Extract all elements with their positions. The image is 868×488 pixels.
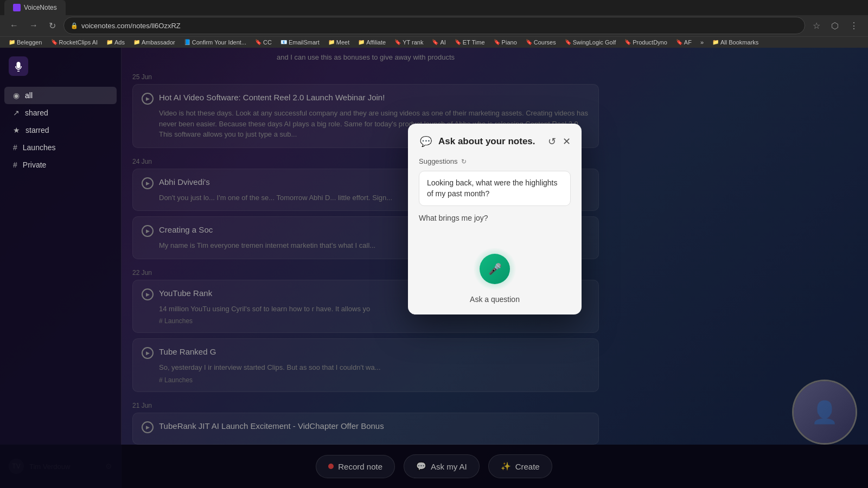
mic-button[interactable]: 🎤	[480, 254, 510, 284]
mic-ripple: 🎤	[473, 247, 516, 291]
sidebar-label-private: Private	[23, 160, 47, 169]
browser-tab-bar: VoiceNotes	[0, 0, 868, 15]
bookmark-affiliate[interactable]: 📁Affiliate	[355, 38, 389, 47]
modal-chat-icon[interactable]: 💬	[419, 134, 433, 149]
sidebar-label-starred: starred	[25, 126, 49, 134]
browser-active-tab[interactable]: VoiceNotes	[4, 0, 66, 15]
suggestion-text-1: Looking back, what were the highlights o…	[427, 178, 557, 198]
bookmark-confirm-ident[interactable]: 📘Confirm Your Ident...	[181, 38, 250, 47]
browser-chrome: VoiceNotes ← → ↻ 🔒 voicenotes.com/notes/…	[0, 0, 868, 48]
bookmark-af[interactable]: 🔖AF	[673, 38, 695, 47]
shared-icon: ↗	[13, 108, 20, 117]
sidebar-label-all: all	[25, 91, 33, 100]
bookmark-ettime[interactable]: 🔖ET Time	[451, 38, 488, 47]
sidebar-item-launches[interactable]: # Launches	[4, 139, 117, 156]
bookmark-cc[interactable]: 🔖CC	[252, 38, 275, 47]
bookmark-all[interactable]: 📁All Bookmarks	[709, 38, 762, 47]
modal-close-button[interactable]: ✕	[563, 136, 571, 147]
more-button[interactable]: ⋮	[846, 18, 861, 33]
all-icon: ◉	[13, 91, 20, 100]
main-layout: ◉ all ↗ shared ★ starred # Launches # Pr…	[0, 48, 868, 488]
modal-overlay: 💬 Ask about your notes. ↺ ✕ Suggestions …	[122, 48, 868, 488]
tab-title: VoiceNotes	[24, 4, 57, 11]
bookmark-more[interactable]: »	[697, 38, 707, 47]
back-button[interactable]: ←	[7, 18, 22, 33]
forward-button[interactable]: →	[26, 18, 41, 33]
mic-button-container: 🎤 Ask a question	[470, 247, 520, 304]
ask-question-label: Ask a question	[470, 295, 520, 304]
sidebar-item-private[interactable]: # Private	[4, 156, 117, 174]
bookmark-emailsmart[interactable]: 📧EmailSmart	[277, 38, 323, 47]
bookmark-ai[interactable]: 🔖AI	[429, 38, 449, 47]
suggestions-header: Suggestions ↻	[419, 157, 571, 165]
bookmark-star-button[interactable]: ☆	[809, 18, 824, 33]
content-area[interactable]: and I can use this as bonuses to give aw…	[122, 48, 868, 488]
extensions-button[interactable]: ⬡	[828, 18, 842, 33]
modal-title: Ask about your notes.	[438, 136, 541, 147]
sidebar-item-starred[interactable]: ★ starred	[4, 121, 117, 139]
bookmark-ads[interactable]: 📁Ads	[103, 38, 128, 47]
address-bar[interactable]: 🔒 voicenotes.com/notes/ll6OzxRZ	[63, 17, 805, 34]
reload-button[interactable]: ↻	[46, 18, 59, 33]
bookmark-bar: 📁Beleggen 🔖RocketClips AI 📁Ads 📁Ambassad…	[0, 36, 868, 48]
tab-favicon	[13, 4, 21, 11]
bookmark-beleggen[interactable]: 📁Beleggen	[5, 38, 46, 47]
suggestion-card-1[interactable]: Looking back, what were the highlights o…	[419, 171, 571, 206]
launches-icon: #	[13, 143, 17, 152]
app-logo	[9, 56, 28, 76]
modal-history-button[interactable]: ↺	[547, 134, 557, 149]
bookmark-swinggolf[interactable]: 🔖SwingLogic Golf	[561, 38, 620, 47]
suggestion-simple[interactable]: What brings me joy?	[419, 210, 571, 226]
suggestions-label: Suggestions	[419, 157, 458, 165]
bookmark-productdyno[interactable]: 🔖ProductDyno	[621, 38, 671, 47]
lock-icon: 🔒	[71, 22, 78, 29]
profile-image: 👤	[794, 381, 856, 443]
ask-input-area: 🎤 Ask a question	[419, 247, 571, 304]
bookmark-meet[interactable]: 📁Meet	[325, 38, 353, 47]
private-icon: #	[13, 160, 17, 169]
bookmark-piano[interactable]: 🔖Piano	[490, 38, 520, 47]
suggestions-refresh-icon[interactable]: ↻	[461, 158, 467, 165]
suggestion-text-2: What brings me joy?	[419, 214, 488, 222]
sidebar-item-all[interactable]: ◉ all	[4, 87, 117, 104]
sidebar-label-shared: shared	[25, 108, 48, 117]
sidebar: ◉ all ↗ shared ★ starred # Launches # Pr…	[0, 48, 122, 488]
browser-nav-bar: ← → ↻ 🔒 voicenotes.com/notes/ll6OzxRZ ☆ …	[0, 15, 868, 36]
sidebar-item-shared[interactable]: ↗ shared	[4, 104, 117, 121]
modal-header: 💬 Ask about your notes. ↺ ✕	[419, 134, 571, 149]
url-text: voicenotes.com/notes/ll6OzxRZ	[81, 22, 181, 30]
profile-circle: 👤	[792, 380, 857, 445]
sidebar-label-launches: Launches	[23, 143, 56, 152]
bookmark-courses[interactable]: 🔖Courses	[522, 38, 559, 47]
ask-modal: 💬 Ask about your notes. ↺ ✕ Suggestions …	[408, 124, 582, 314]
bookmark-ytrank[interactable]: 🔖YT rank	[391, 38, 426, 47]
bookmark-rocketclips[interactable]: 🔖RocketClips AI	[48, 38, 101, 47]
starred-icon: ★	[13, 126, 20, 134]
bookmark-ambassador[interactable]: 📁Ambassador	[130, 38, 178, 47]
